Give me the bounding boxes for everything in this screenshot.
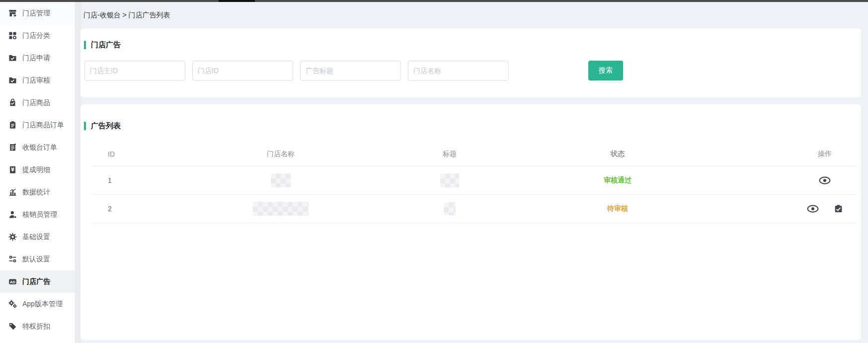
sidebar-item-label: 门店广告 <box>22 277 50 286</box>
sidebar-item-14[interactable]: App版本管理 <box>0 293 75 315</box>
grid-icon <box>8 31 17 40</box>
sidebar-item-15[interactable]: 特权折扣 <box>0 315 75 338</box>
svg-text:AD: AD <box>10 280 15 284</box>
sidebar-item-label: App版本管理 <box>22 300 63 309</box>
sidebar-item-label: 数据统计 <box>22 188 50 197</box>
view-eye-icon[interactable] <box>807 205 819 213</box>
sidebar-item-label: 默认设置 <box>22 255 50 264</box>
filter-input-2[interactable] <box>192 61 293 81</box>
receipt-icon <box>8 143 17 152</box>
gear-icon <box>8 233 17 241</box>
sidebar-item-6[interactable]: 门店商品订单 <box>0 114 75 136</box>
sidebar-item-13[interactable]: AD门店广告 <box>0 270 75 293</box>
sidebar-item-label: 特权折扣 <box>22 322 50 331</box>
sidebar-item-label: 核销员管理 <box>22 210 57 219</box>
filter-input-3[interactable] <box>300 61 401 81</box>
column-header-status: 状态 <box>611 150 625 159</box>
ad-icon: AD <box>8 277 17 286</box>
action-cell <box>819 176 831 185</box>
cell-store-name-redacted <box>271 173 291 187</box>
sidebar-item-3[interactable]: 门店申请 <box>0 47 75 69</box>
table-header-row: ID门店名称标题状态操作 <box>92 142 857 167</box>
sidebar-item-label: 门店商品 <box>22 98 50 107</box>
yen-book-icon: ¥ <box>8 166 17 174</box>
sidebar-item-4[interactable]: 门店审核 <box>0 69 75 91</box>
filter-input-1[interactable] <box>84 61 185 81</box>
sidebar-item-label: 门店审核 <box>22 76 50 85</box>
sidebar-item-label: 门店分类 <box>22 31 50 40</box>
filter-inputs: 搜索 <box>84 61 623 81</box>
svg-text:¥: ¥ <box>11 167 14 172</box>
sidebar-menu: 门店管理门店分类门店申请门店审核门店商品门店商品订单收银台订单¥提成明细数据统计… <box>0 2 75 338</box>
title-accent-bar <box>84 41 86 49</box>
breadcrumb: 门店-收银台 > 门店广告列表 <box>83 11 170 20</box>
filter-input-4[interactable] <box>408 61 509 81</box>
action-cell <box>807 205 843 213</box>
sidebar-item-11[interactable]: 基础设置 <box>0 226 75 248</box>
sidebar-item-2[interactable]: 门店分类 <box>0 24 75 47</box>
user-badge-icon <box>8 210 17 219</box>
column-header-action: 操作 <box>818 150 832 159</box>
list-card-title-text: 广告列表 <box>91 121 121 131</box>
search-button[interactable]: 搜索 <box>588 61 623 81</box>
window-top-edge-marker <box>219 0 255 2</box>
tag-icon <box>8 322 17 331</box>
sidebar-item-label: 收银台订单 <box>22 143 57 152</box>
sidebar-item-5[interactable]: 门店商品 <box>0 91 75 114</box>
sidebar-item-label: 基础设置 <box>22 233 50 242</box>
window-top-edge <box>0 0 868 2</box>
sidebar-item-label: 提成明细 <box>22 166 50 174</box>
gears-icon <box>8 300 17 308</box>
sidebar: 门店管理门店分类门店申请门店审核门店商品门店商品订单收银台订单¥提成明细数据统计… <box>0 2 75 343</box>
sidebar-item-1[interactable]: 门店管理 <box>0 2 75 24</box>
bag-icon <box>8 98 17 107</box>
cell-title-redacted <box>440 173 459 187</box>
folder-check-icon <box>8 76 17 85</box>
ad-table: ID门店名称标题状态操作1审核通过2待审核 <box>92 142 857 223</box>
column-header-name: 门店名称 <box>267 150 295 159</box>
sidebar-item-10[interactable]: 核销员管理 <box>0 203 75 226</box>
search-card-title-text: 门店广告 <box>91 40 121 50</box>
sidebar-item-8[interactable]: ¥提成明细 <box>0 159 75 181</box>
status-badge: 待审核 <box>607 204 628 213</box>
view-eye-icon[interactable] <box>819 176 831 185</box>
sidebar-item-label: 门店商品订单 <box>22 121 64 130</box>
bar-chart-icon <box>8 188 17 196</box>
status-badge: 审核通过 <box>604 176 631 185</box>
sidebar-item-12[interactable]: 默认设置 <box>0 248 75 270</box>
cell-title-redacted <box>444 202 456 215</box>
ad-list-card: 广告列表 ID门店名称标题状态操作1审核通过2待审核 <box>80 104 861 340</box>
folder-check-icon <box>8 54 17 62</box>
cell-store-name-redacted <box>253 202 309 216</box>
table-row: 1审核通过 <box>92 167 857 195</box>
sidebar-item-7[interactable]: 收银台订单 <box>0 136 75 159</box>
approve-check-icon[interactable] <box>834 205 843 213</box>
sidebar-item-label: 门店管理 <box>22 9 50 18</box>
table-row: 2待审核 <box>92 195 857 223</box>
title-accent-bar <box>84 122 86 130</box>
search-card-title: 门店广告 <box>84 40 121 50</box>
search-card: 门店广告 搜索 <box>80 28 861 97</box>
clipboard-icon <box>8 121 17 129</box>
sidebar-item-label: 门店申请 <box>22 54 50 63</box>
storefront-icon <box>8 9 17 17</box>
sliders-icon <box>8 255 17 263</box>
column-header-id: ID <box>108 150 115 158</box>
column-header-title: 标题 <box>443 150 457 159</box>
cell-id: 1 <box>108 176 112 184</box>
list-card-title: 广告列表 <box>84 121 121 131</box>
cell-id: 2 <box>108 205 112 213</box>
sidebar-item-9[interactable]: 数据统计 <box>0 181 75 203</box>
sidebar-item-partial[interactable] <box>0 338 75 343</box>
